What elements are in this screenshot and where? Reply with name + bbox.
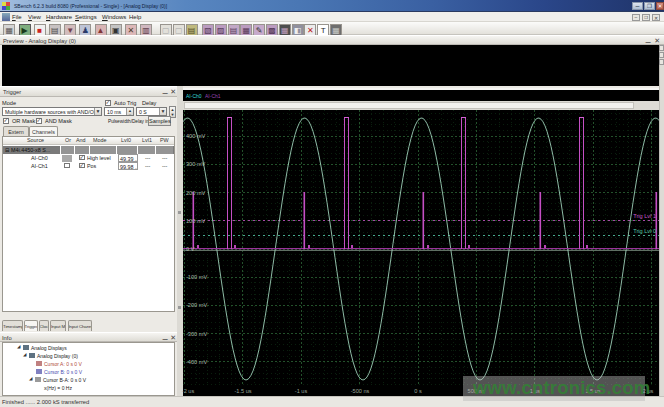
svg-text:0 V: 0 V	[186, 246, 195, 252]
svg-text:-200 mV: -200 mV	[186, 302, 207, 308]
svg-text:-300 mV: -300 mV	[186, 331, 207, 337]
svg-text:Trig Lvl 0: Trig Lvl 0	[633, 228, 656, 234]
svg-text:300 mV: 300 mV	[186, 161, 206, 167]
svg-text:-400 mV: -400 mV	[186, 359, 207, 365]
svg-text:100 mV: 100 mV	[186, 218, 206, 224]
svg-text:-100 mV: -100 mV	[186, 274, 207, 280]
svg-text:200 mV: 200 mV	[186, 190, 206, 196]
svg-text:400 mV: 400 mV	[186, 133, 206, 139]
svg-text:Trig Lvl 1: Trig Lvl 1	[633, 213, 656, 219]
